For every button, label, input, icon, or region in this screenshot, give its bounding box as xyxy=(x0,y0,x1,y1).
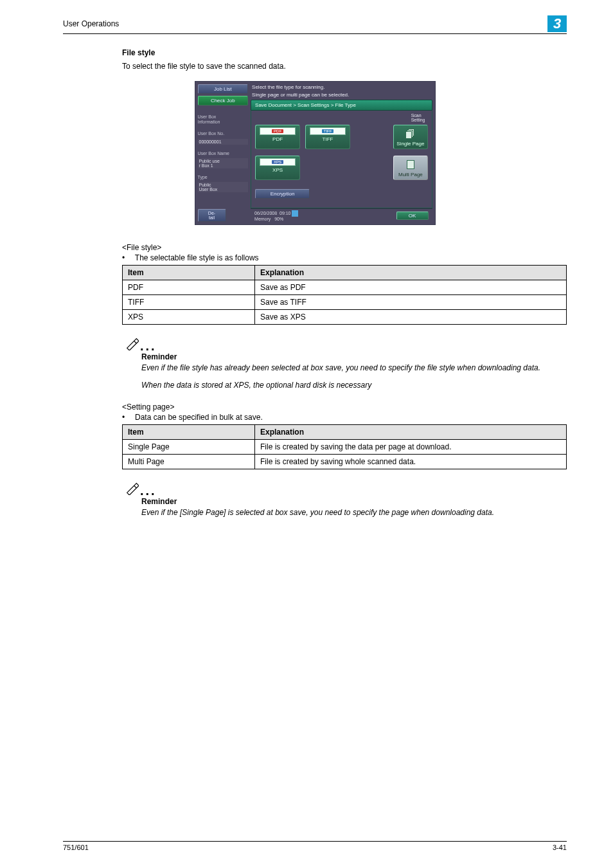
single-page-icon xyxy=(406,129,415,139)
pdf-label: PDF xyxy=(256,136,299,142)
reminder-1-p2: When the data is stored at XPS, the opti… xyxy=(141,380,567,391)
user-box-no-label: User Box No. xyxy=(198,131,249,136)
file-style-table: Item Explanation PDFSave as PDF TIFFSave… xyxy=(122,265,567,325)
xps-badge-icon: XPS xyxy=(272,160,283,164)
reminder-1-p1: Even if the file style has already been … xyxy=(141,363,567,374)
tiff-label: TIFF xyxy=(306,136,350,142)
scan-setting-link[interactable]: Scan Setting xyxy=(411,113,425,123)
user-box-name-label: User Box Name xyxy=(198,151,249,156)
user-box-info-label: User Box Information xyxy=(198,114,249,125)
user-box-name-value: Public use r Box 1 xyxy=(198,158,249,168)
setting-page-table: Item Explanation Single PageFile is crea… xyxy=(122,424,567,469)
xps-label: XPS xyxy=(256,167,299,173)
single-page-label: Single Page xyxy=(394,141,427,147)
multi-page-icon xyxy=(407,160,414,169)
table-row: Multi PageFile is created by saving whol… xyxy=(123,454,567,469)
encryption-button[interactable]: Encryption xyxy=(255,189,310,199)
device-screenshot: Job List Check Job User Box Information … xyxy=(195,81,436,225)
table-row: PDFSave as PDF xyxy=(123,280,567,295)
status-icon xyxy=(292,210,298,217)
ok-button[interactable]: OK xyxy=(396,212,429,220)
single-page-option[interactable]: Single Page xyxy=(393,125,427,149)
t2-h1: Item xyxy=(123,424,255,439)
tiff-option[interactable]: TIFF TIFF xyxy=(305,125,350,149)
table-row: Single PageFile is created by saving the… xyxy=(123,439,567,454)
multi-page-option[interactable]: Multi Page xyxy=(393,156,427,180)
file-style-bullet: • The selectable file style is as follow… xyxy=(122,253,567,262)
file-style-intro: To select the file style to save the sca… xyxy=(122,61,567,72)
multi-page-label: Multi Page xyxy=(394,172,427,177)
type-value: Public User Box xyxy=(198,182,249,192)
footer-left: 751/601 xyxy=(63,844,89,851)
breadcrumb: Save Document > Scan Settings > File Typ… xyxy=(251,100,432,111)
table-row: XPSSave as XPS xyxy=(123,310,567,325)
setting-page-subhead: <Setting page> xyxy=(122,402,567,411)
check-job-button[interactable]: Check Job xyxy=(198,96,249,105)
pdf-option[interactable]: PDF PDF xyxy=(255,125,300,149)
job-list-button[interactable]: Job List xyxy=(198,84,249,94)
reminder-1-title: Reminder xyxy=(141,352,567,361)
note-icon: ... xyxy=(125,336,567,354)
header-section: User Operations xyxy=(63,19,119,28)
setting-page-bullet: • Data can be specified in bulk at save. xyxy=(122,413,567,422)
t1-h1: Item xyxy=(123,266,255,280)
t1-h2: Explanation xyxy=(255,266,567,280)
chapter-badge: 3 xyxy=(547,15,567,32)
t2-h2: Explanation xyxy=(255,424,567,439)
instruction-2: Single page or multi page can be selecte… xyxy=(252,92,432,98)
note-icon-2: ... xyxy=(125,481,567,498)
reminder-2-p1: Even if the [Single Page] is selected at… xyxy=(141,507,567,518)
instruction-1: Select the file type for scanning. xyxy=(252,84,432,91)
footer-right: 3-41 xyxy=(553,844,567,851)
detail-button[interactable]: De- tail xyxy=(198,209,226,222)
table-row: TIFFSave as TIFF xyxy=(123,295,567,310)
tiff-badge-icon: TIFF xyxy=(322,129,334,133)
reminder-2-title: Reminder xyxy=(141,497,567,506)
file-style-heading: File style xyxy=(122,48,567,57)
user-box-no-value: 000000001 xyxy=(198,139,249,145)
file-style-subhead: <File style> xyxy=(122,243,567,252)
pdf-badge-icon: PDF xyxy=(272,129,283,133)
xps-option[interactable]: XPS XPS xyxy=(255,156,300,180)
type-label: Type xyxy=(198,175,249,180)
status-bar: 06/20/2008 09:10 Memory 90% xyxy=(254,210,298,222)
